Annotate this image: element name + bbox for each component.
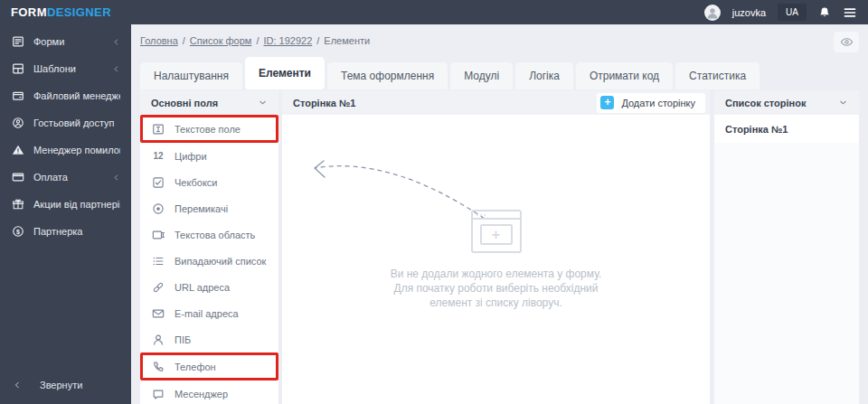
breadcrumb-separator: /	[183, 35, 185, 46]
numbers-icon: 12	[151, 151, 165, 161]
fields-panel-header[interactable]: Основні поля	[140, 90, 278, 115]
breadcrumb: Головна/Список форм/ID: 192922/Елементи	[140, 35, 370, 46]
chevron-left-icon	[112, 174, 120, 182]
tab-theme[interactable]: Тема оформлення	[327, 62, 448, 89]
messenger-icon	[151, 388, 165, 400]
field-item-full-name[interactable]: ПІБ	[140, 326, 278, 352]
pages-list-item[interactable]: Сторінка №1	[714, 115, 859, 143]
sidebar-nav: Форми Шаблони Файловий менеджер Гостьови…	[0, 24, 131, 404]
person-icon	[151, 334, 165, 346]
tab-logic[interactable]: Логіка	[515, 62, 573, 89]
text-field-icon	[151, 123, 165, 136]
textarea-icon	[151, 229, 165, 241]
field-item-email[interactable]: E-mail адреса	[140, 300, 278, 326]
notifications-bell-icon[interactable]	[818, 6, 831, 19]
guest-access-icon	[11, 117, 24, 129]
user-avatar[interactable]	[704, 5, 721, 21]
tab-statistics[interactable]: Статистика	[675, 62, 760, 89]
checkbox-icon	[151, 176, 165, 189]
gift-icon	[11, 198, 24, 211]
error-manager-icon	[11, 144, 24, 156]
app-logo[interactable]: FORMDESIGNER	[11, 5, 111, 19]
empty-state-text: Ви не додали жодного елемента у форму. Д…	[391, 267, 602, 310]
add-page-button[interactable]: + Додати сторінку	[597, 93, 705, 113]
chevron-down-icon[interactable]	[838, 98, 848, 108]
field-item-checkboxes[interactable]: Чекбокси	[140, 169, 278, 195]
breadcrumb-home[interactable]: Головна	[140, 35, 178, 46]
logo-primary: FORM	[11, 5, 47, 19]
fields-list: Текстове поле 12 Цифри Чекбокси Перемика…	[140, 115, 278, 404]
tab-settings[interactable]: Налаштування	[140, 62, 242, 89]
affiliate-icon: $	[11, 225, 24, 238]
field-item-radios[interactable]: Перемикачі	[140, 195, 278, 221]
language-selector[interactable]: UA	[778, 4, 807, 21]
sidebar-item-guest-access[interactable]: Гостьовий доступ	[0, 109, 131, 136]
field-item-dropdown[interactable]: Випадаючий список	[140, 248, 278, 274]
canvas-page-title: Сторінка №1	[293, 98, 355, 108]
sidebar-item-error-manager[interactable]: Менеджер помилок	[0, 136, 131, 164]
plus-icon: +	[600, 96, 614, 109]
field-item-textarea[interactable]: Текстова область	[140, 221, 278, 248]
preview-eye-button[interactable]	[834, 32, 859, 52]
sidebar-collapse-label: Звернути	[40, 380, 82, 390]
field-item-url[interactable]: URL адреса	[140, 274, 278, 300]
tab-get-code[interactable]: Отримати код	[576, 62, 673, 89]
fields-panel-title: Основні поля	[151, 98, 218, 108]
sidebar-item-file-manager[interactable]: Файловий менеджер	[0, 82, 131, 109]
logo-accent: DESIGNER	[47, 5, 111, 19]
tab-elements[interactable]: Елементи	[245, 57, 325, 89]
eye-icon	[840, 35, 854, 49]
menu-hamburger-icon[interactable]	[843, 5, 857, 20]
chevron-left-icon	[13, 381, 22, 390]
empty-state: + Ви не додали жодного елемента у форму.…	[282, 210, 710, 310]
field-item-numbers[interactable]: 12 Цифри	[140, 143, 278, 169]
pages-panel-title: Список сторінок	[725, 98, 806, 108]
canvas-header: Сторінка №1 + Додати сторінку	[282, 90, 710, 115]
breadcrumb-form-list[interactable]: Список форм	[190, 35, 252, 46]
pages-panel-header[interactable]: Список сторінок	[714, 90, 859, 115]
payment-icon	[11, 171, 24, 183]
field-item-text-field[interactable]: Текстове поле	[140, 115, 278, 143]
dropdown-icon	[151, 255, 165, 268]
breadcrumb-separator: /	[316, 35, 319, 46]
templates-icon	[11, 62, 24, 75]
radio-icon	[151, 202, 165, 215]
canvas-panel: Сторінка №1 + Додати сторінку + Ви не до…	[282, 90, 710, 404]
sidebar-item-templates[interactable]: Шаблони	[0, 55, 131, 82]
breadcrumb-separator: /	[256, 35, 259, 46]
sidebar-item-payment[interactable]: Оплата	[0, 164, 131, 191]
avatar-person-icon	[705, 5, 720, 20]
sidebar-item-forms[interactable]: Форми	[0, 28, 131, 55]
content-area: Головна/Список форм/ID: 192922/Елементи …	[131, 24, 868, 404]
pages-list: Сторінка №1	[714, 115, 859, 143]
phone-icon	[151, 361, 165, 373]
file-manager-icon	[11, 89, 24, 102]
tab-modules[interactable]: Модулі	[450, 62, 513, 89]
form-icon	[11, 35, 24, 48]
topbar-right: juzovka UA	[704, 4, 857, 21]
sidebar-item-partner-promos[interactable]: Акции від партнерів	[0, 191, 131, 218]
formdesigner-app: FORMDESIGNER juzovka UA Форми Шаблони	[0, 0, 868, 404]
field-item-messenger[interactable]: Месенджер	[140, 381, 278, 404]
chevron-left-icon	[112, 65, 120, 73]
add-page-label: Додати сторінку	[621, 98, 695, 108]
link-icon	[151, 281, 165, 294]
breadcrumb-form-id[interactable]: ID: 192922	[263, 35, 312, 46]
sidebar-collapse-button[interactable]: Звернути	[0, 373, 131, 397]
chevron-left-icon	[112, 38, 120, 46]
empty-form-icon: +	[471, 210, 522, 253]
svg-text:$: $	[16, 229, 20, 236]
topbar: FORMDESIGNER juzovka UA	[0, 0, 868, 24]
field-item-phone[interactable]: Телефон	[140, 352, 278, 381]
email-icon	[151, 307, 165, 320]
username[interactable]: juzovka	[732, 7, 766, 18]
pages-panel: Список сторінок Сторінка №1	[714, 90, 859, 404]
sidebar-items: Форми Шаблони Файловий менеджер Гостьови…	[0, 28, 131, 245]
empty-form-plus-icon: +	[480, 224, 513, 245]
tab-bar: НалаштуванняЕлементиТема оформленняМодул…	[140, 57, 760, 89]
breadcrumb-elements: Елементи	[324, 35, 370, 46]
chevron-down-icon[interactable]	[258, 98, 268, 108]
fields-panel: Основні поля Текстове поле 12 Цифри Чекб…	[140, 90, 278, 404]
sidebar-item-affiliate[interactable]: $ Партнерка	[0, 218, 131, 245]
